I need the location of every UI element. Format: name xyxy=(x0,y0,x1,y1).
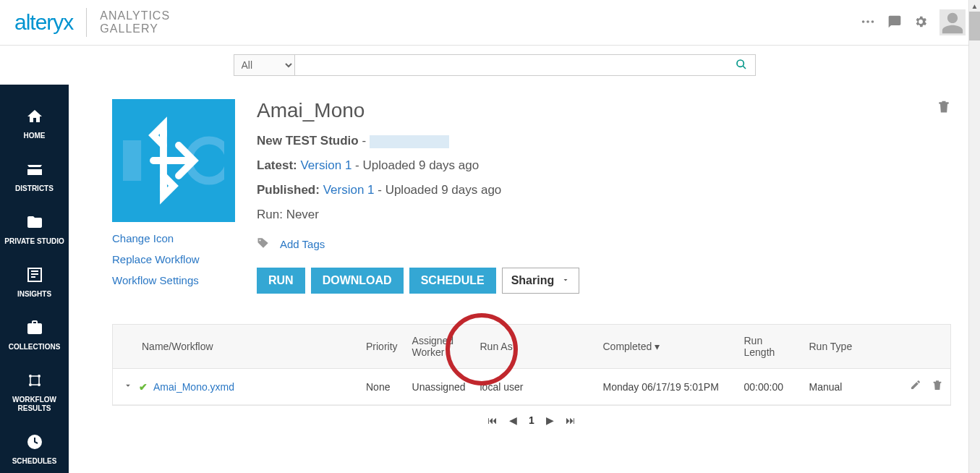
run-button[interactable]: RUN xyxy=(257,268,305,294)
sidebar-item-private-studio[interactable]: PRIVATE STUDIO xyxy=(0,203,69,256)
th-completed[interactable]: Completed ▾ xyxy=(596,325,737,369)
latest-line: Latest: Version 1 - Uploaded 9 days ago xyxy=(257,158,951,173)
latest-version-link[interactable]: Version 1 xyxy=(300,158,351,172)
cell-completed: Monday 06/17/19 5:01PM xyxy=(596,369,737,405)
sidebar-item-schedules[interactable]: SCHEDULES xyxy=(0,423,69,473)
cell-runtype: Manual xyxy=(802,369,900,405)
cell-runlength: 00:00:00 xyxy=(737,369,802,405)
sidebar-label: PRIVATE STUDIO xyxy=(4,237,64,246)
results-table: Name/Workflow Priority Assigned Worker R… xyxy=(113,325,950,405)
results-icon xyxy=(26,372,43,391)
chat-icon[interactable] xyxy=(887,14,902,31)
success-check-icon: ✔ xyxy=(139,381,148,393)
vertical-scrollbar[interactable]: ▲ xyxy=(968,0,980,473)
latest-uploaded-text: - Uploaded 9 days ago xyxy=(351,158,479,172)
insights-icon xyxy=(26,266,43,286)
page-last-icon[interactable]: ⏭ xyxy=(566,414,576,426)
th-worker[interactable]: Assigned Worker xyxy=(405,325,473,369)
schedule-button[interactable]: SCHEDULE xyxy=(409,268,496,294)
workflow-settings-link[interactable]: Workflow Settings xyxy=(112,274,235,286)
divider xyxy=(86,8,87,37)
change-icon-link[interactable]: Change Icon xyxy=(112,232,235,244)
delete-workflow-button[interactable] xyxy=(937,99,951,117)
cell-worker: Unassigned xyxy=(405,369,473,405)
studio-line: New TEST Studio - xyxy=(257,134,951,148)
svg-rect-10 xyxy=(123,140,141,181)
scroll-up-icon[interactable]: ▲ xyxy=(969,0,980,12)
cell-runas: local user xyxy=(473,369,596,405)
download-button[interactable]: DOWNLOAD xyxy=(311,268,404,294)
sidebar-item-collections[interactable]: COLLECTIONS xyxy=(0,309,69,362)
results-table-wrap: Name/Workflow Priority Assigned Worker R… xyxy=(112,324,951,406)
page-next-icon[interactable]: ▶ xyxy=(546,414,554,426)
table-row: ✔ Amai_Mono.yxmd None Unassigned local u… xyxy=(113,369,950,405)
sidebar-item-workflow-results[interactable]: WORKFLOW RESULTS xyxy=(0,362,69,423)
districts-icon xyxy=(26,161,43,180)
pagination: ⏮ ◀ 1 ▶ ⏭ xyxy=(112,406,951,435)
subtitle-line1: ANALYTICS xyxy=(100,9,170,22)
published-version-link[interactable]: Version 1 xyxy=(323,183,375,197)
search-button[interactable] xyxy=(736,54,747,76)
expand-row-icon[interactable] xyxy=(123,380,133,393)
add-tags-link[interactable]: Add Tags xyxy=(280,238,325,250)
svg-point-2 xyxy=(872,20,874,23)
sidebar-label: DISTRICTS xyxy=(15,184,54,193)
sharing-dropdown[interactable]: Sharing xyxy=(502,268,580,294)
published-line: Published: Version 1 - Uploaded 9 days a… xyxy=(257,183,951,197)
sidebar-item-districts[interactable]: DISTRICTS xyxy=(0,150,69,203)
th-priority[interactable]: Priority xyxy=(359,325,405,369)
th-runas[interactable]: Run As xyxy=(473,325,596,369)
published-uploaded-text: - Uploaded 9 days ago xyxy=(375,183,502,197)
scroll-thumb[interactable] xyxy=(969,12,980,41)
sidebar-label: SCHEDULES xyxy=(12,457,57,466)
search-row: All xyxy=(0,46,980,85)
studio-label: New TEST Studio xyxy=(257,134,359,148)
sidebar-label: WORKFLOW RESULTS xyxy=(3,396,66,413)
top-icons xyxy=(860,9,966,35)
th-runtype[interactable]: Run Type xyxy=(802,325,900,369)
logo[interactable]: alteryx xyxy=(14,10,73,35)
replace-workflow-link[interactable]: Replace Workflow xyxy=(112,253,235,265)
collections-icon xyxy=(26,319,43,338)
page-current: 1 xyxy=(529,414,534,426)
subtitle-line2: GALLERY xyxy=(100,22,170,35)
workflow-title: Amai_Mono xyxy=(257,99,951,122)
avatar[interactable] xyxy=(939,9,966,35)
svg-line-4 xyxy=(743,66,746,69)
more-icon[interactable] xyxy=(860,14,876,32)
gear-icon[interactable] xyxy=(913,14,928,31)
studio-icon xyxy=(26,213,43,233)
latest-label: Latest: xyxy=(257,158,297,172)
sort-desc-icon: ▾ xyxy=(655,341,660,352)
svg-point-7 xyxy=(29,383,32,386)
page-first-icon[interactable]: ⏮ xyxy=(487,414,498,426)
sidebar: HOME DISTRICTS PRIVATE STUDIO INSIGHTS C… xyxy=(0,85,69,473)
search-filter-select[interactable]: All xyxy=(234,54,295,76)
chevron-down-icon xyxy=(561,274,570,287)
home-icon xyxy=(26,108,43,127)
delete-row-icon[interactable] xyxy=(932,379,943,394)
search-input[interactable] xyxy=(295,54,756,76)
svg-point-12 xyxy=(259,239,260,241)
svg-point-0 xyxy=(862,20,865,23)
sharing-label: Sharing xyxy=(511,274,555,287)
svg-point-1 xyxy=(866,20,869,23)
published-label: Published: xyxy=(257,183,320,197)
svg-point-6 xyxy=(38,375,41,378)
edit-row-icon[interactable] xyxy=(910,379,921,394)
page-prev-icon[interactable]: ◀ xyxy=(509,414,517,426)
svg-point-8 xyxy=(38,383,41,386)
header-subtitle: ANALYTICS GALLERY xyxy=(100,9,170,35)
workflow-file-link[interactable]: Amai_Mono.yxmd xyxy=(153,381,234,393)
sidebar-label: INSIGHTS xyxy=(17,290,51,299)
sidebar-item-insights[interactable]: INSIGHTS xyxy=(0,256,69,309)
clock-icon xyxy=(26,433,43,453)
main-content: Change Icon Replace Workflow Workflow Se… xyxy=(69,85,980,473)
sidebar-label: HOME xyxy=(24,132,46,140)
tag-icon xyxy=(257,236,270,252)
sidebar-label: COLLECTIONS xyxy=(9,343,61,351)
sidebar-item-home[interactable]: HOME xyxy=(0,98,69,150)
run-line: Run: Never xyxy=(257,208,951,222)
th-name[interactable]: Name/Workflow xyxy=(113,325,359,369)
th-runlength[interactable]: Run Length xyxy=(737,325,802,369)
